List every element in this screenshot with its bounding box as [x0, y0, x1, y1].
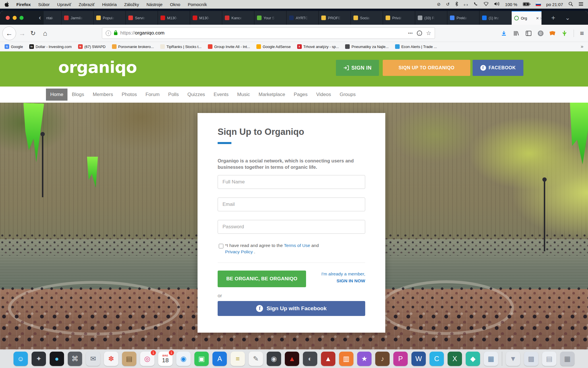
- menu-item[interactable]: Nástroje: [146, 2, 163, 7]
- terms-of-use-link[interactable]: Terms of Use: [284, 243, 310, 248]
- dock-files-stack-icon[interactable]: ▤: [542, 352, 556, 366]
- facebook-signup-button[interactable]: f Sign Up with Facebook: [218, 301, 365, 316]
- email-input[interactable]: [218, 198, 365, 211]
- forward-button[interactable]: →: [18, 25, 26, 42]
- browser-tab[interactable]: (33) R: [415, 11, 447, 25]
- home-button[interactable]: ⌂: [41, 25, 49, 42]
- dock-downloads-folder-icon[interactable]: ▼: [506, 352, 520, 366]
- nav-item[interactable]: Groups: [335, 89, 360, 101]
- slovak-flag-input-icon[interactable]: [536, 3, 541, 6]
- bookmark-item[interactable]: Porovnanie brokero...: [112, 44, 154, 49]
- scroll-tabs-left-button[interactable]: ‹: [37, 11, 43, 25]
- browser-tab[interactable]: Prekla: [447, 11, 479, 25]
- nav-item[interactable]: Home: [46, 89, 67, 101]
- nav-item[interactable]: Videos: [312, 89, 335, 101]
- menu-hamburger-icon[interactable]: ≡: [580, 29, 584, 37]
- volume-icon[interactable]: [494, 2, 500, 7]
- sidebar-icon[interactable]: [525, 30, 532, 37]
- scroll-tabs-right-button[interactable]: ›: [536, 11, 545, 25]
- browser-tab[interactable]: (1) Inz: [479, 11, 512, 25]
- sign-in-button[interactable]: SIGN IN: [336, 60, 379, 76]
- close-window-button[interactable]: [6, 16, 10, 20]
- menu-item[interactable]: História: [102, 2, 117, 7]
- new-tab-button[interactable]: +: [549, 11, 558, 25]
- browser-tab[interactable]: Jarmila: [61, 11, 94, 25]
- menu-app-name[interactable]: Firefox: [16, 2, 31, 7]
- sign-up-button[interactable]: SIQN UP TO ORGANIQO: [383, 60, 470, 76]
- dock-purple-p-app-icon[interactable]: P: [393, 352, 408, 366]
- phone-icon[interactable]: [473, 2, 478, 7]
- dock-safari-icon[interactable]: ◉: [176, 352, 191, 366]
- browser-tab[interactable]: Social: [351, 11, 383, 25]
- list-all-tabs-button[interactable]: ⌄: [563, 11, 572, 25]
- nav-item[interactable]: Marketplace: [254, 89, 289, 101]
- nav-item[interactable]: Forum: [141, 89, 164, 101]
- nav-item[interactable]: Polls: [164, 89, 183, 101]
- full-name-input[interactable]: [218, 175, 365, 189]
- url-bar[interactable]: i https://organiqo.com ••• ⌄ ☆: [102, 27, 435, 39]
- dock-contacts-icon[interactable]: ▤: [122, 352, 136, 366]
- dock-calendar-icon[interactable]: BRE 18 1: [158, 352, 173, 366]
- bookmark-star-icon[interactable]: ☆: [426, 30, 431, 37]
- menu-item[interactable]: Záložky: [124, 2, 139, 7]
- nav-item[interactable]: Pages: [289, 89, 312, 101]
- nav-item[interactable]: Members: [88, 89, 117, 101]
- dock-reminders-icon[interactable]: ◎ 1: [140, 352, 154, 366]
- browser-tab[interactable]: PROFE: [319, 11, 351, 25]
- site-logo[interactable]: organiqo: [58, 58, 137, 76]
- dock-teal-app-icon[interactable]: ◆: [466, 352, 480, 366]
- password-input[interactable]: [218, 220, 365, 234]
- dock-garageband-icon[interactable]: ♪: [375, 352, 390, 366]
- dock-textedit-icon[interactable]: ✎: [249, 352, 263, 366]
- bookmark-item[interactable]: G Google: [5, 44, 23, 49]
- library-icon[interactable]: [513, 30, 519, 37]
- dock-disk-utility-icon[interactable]: ◐: [303, 352, 317, 366]
- minimize-window-button[interactable]: [13, 16, 17, 20]
- menu-item[interactable]: Súbor: [38, 2, 50, 7]
- browser-tab[interactable]: Servis: [126, 11, 158, 25]
- be-organic-submit-button[interactable]: BE ORGANIC, BE ORGANIQO: [218, 271, 306, 287]
- dock-photo-booth-icon[interactable]: ◉: [267, 352, 281, 366]
- browser-tab[interactable]: M130-: [158, 11, 190, 25]
- battery-icon[interactable]: [523, 2, 530, 7]
- wifi-icon[interactable]: [483, 2, 489, 7]
- nav-item[interactable]: Music: [233, 89, 254, 101]
- menu-item[interactable]: Pomocník: [188, 2, 207, 7]
- browser-tab[interactable]: M130-: [190, 11, 222, 25]
- reload-button[interactable]: ↻: [29, 25, 37, 42]
- bookmark-item[interactable]: Group Invite All - Int...: [208, 44, 250, 49]
- back-button[interactable]: ←: [2, 26, 16, 40]
- nav-item[interactable]: Photos: [117, 89, 141, 101]
- dock-books-icon[interactable]: ▥: [339, 352, 353, 366]
- dock-photos-icon[interactable]: ✽: [104, 352, 118, 366]
- bookmark-item[interactable]: Econ Alerts | Trade ...: [395, 44, 437, 49]
- bookmark-item[interactable]: Pneumatiky za Najle...: [345, 44, 388, 49]
- menu-item[interactable]: Okno: [170, 2, 180, 7]
- menu-item[interactable]: Zobraziť: [79, 2, 95, 7]
- browser-tab[interactable]: Privát: [383, 11, 415, 25]
- dock-facetime-icon[interactable]: ▣: [194, 352, 209, 366]
- downloads-icon[interactable]: [501, 30, 507, 37]
- spotlight-search-icon[interactable]: [568, 2, 573, 7]
- metamask-fox-icon[interactable]: [550, 31, 555, 36]
- bookmark-item[interactable]: X Trhové analýzy - sp...: [297, 44, 339, 49]
- dock-trash-icon[interactable]: ▦: [560, 352, 575, 366]
- dock-documents-folder-icon[interactable]: ▩: [524, 352, 538, 366]
- privacy-policy-link[interactable]: Privacy Policy: [225, 249, 253, 254]
- pocket-icon[interactable]: ⌄: [417, 30, 422, 36]
- menu-bar-clock[interactable]: po 21:07: [546, 2, 563, 7]
- menu-item[interactable]: Upraviť: [57, 2, 71, 7]
- dock-preview-icon[interactable]: ▦: [484, 352, 498, 366]
- browser-tab[interactable]: Popula: [94, 11, 126, 25]
- dock-mission-control-icon[interactable]: ⌘: [68, 352, 82, 366]
- facebook-header-button[interactable]: f FACEBOOK: [473, 60, 523, 76]
- browser-tab[interactable]: ntak: [44, 11, 61, 25]
- browser-tab[interactable]: AYRTO: [287, 11, 319, 25]
- bookmarks-overflow-icon[interactable]: »: [581, 44, 583, 49]
- nav-item[interactable]: Blogs: [67, 89, 88, 101]
- zoom-window-button[interactable]: [20, 16, 24, 20]
- do-not-disturb-icon[interactable]: ⊘: [437, 2, 441, 7]
- bookmark-item[interactable]: TipRanks | Stocks t...: [160, 44, 202, 49]
- agree-checkbox[interactable]: [219, 244, 223, 248]
- dock-siri-icon[interactable]: ●: [50, 352, 64, 366]
